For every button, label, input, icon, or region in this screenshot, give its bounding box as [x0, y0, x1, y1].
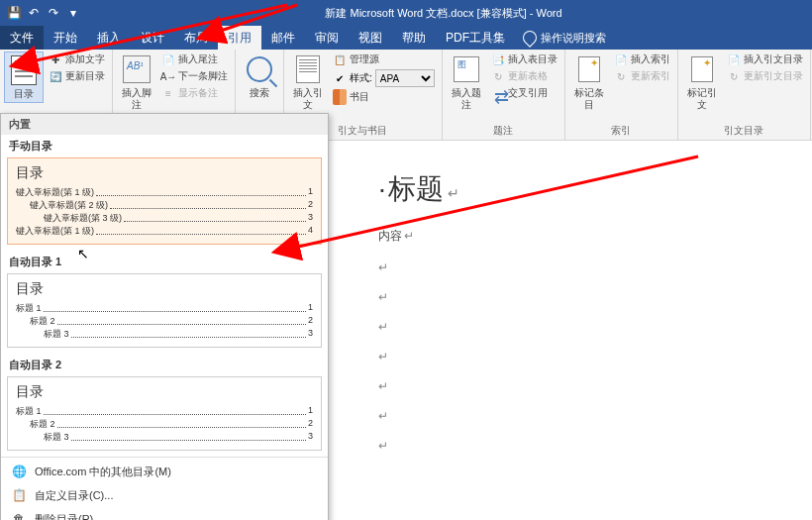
insert-index-button[interactable]: 📄插入索引 [611, 52, 673, 67]
undo-icon[interactable]: ↶ [26, 5, 42, 21]
manage-sources-button[interactable]: 📋管理源 [330, 52, 438, 67]
update-toa-label: 更新引文目录 [744, 69, 803, 83]
search-label: 搜索 [250, 87, 269, 99]
tof-icon: 📑 [491, 52, 505, 66]
insert-endnote-label: 插入尾注 [178, 52, 218, 66]
insert-caption-button[interactable]: 插入题注 [447, 52, 486, 113]
tab-layout[interactable]: 布局 [174, 26, 218, 50]
custom-toc-icon: 📋 [11, 487, 27, 503]
tab-references[interactable]: 引用 [218, 26, 261, 50]
remove-toc-label: 删除目录(R) [35, 512, 93, 521]
insert-citation-label: 插入引文 [290, 87, 326, 111]
tab-file[interactable]: 文件 [0, 26, 44, 50]
save-icon[interactable]: 💾 [6, 5, 22, 21]
update-table-icon: ↻ [491, 69, 505, 83]
ribbon-tabs: 文件 开始 插入 设计 布局 引用 邮件 审阅 视图 帮助 PDF工具集 操作说… [0, 26, 812, 50]
style-label: 样式: [350, 71, 372, 85]
next-footnote-label: 下一条脚注 [178, 69, 228, 83]
tab-insert[interactable]: 插入 [87, 26, 131, 50]
footnote-icon [123, 55, 151, 83]
redo-icon[interactable]: ↷ [46, 5, 61, 21]
mark-entry-label: 标记条目 [571, 87, 607, 111]
insert-endnote-button[interactable]: 📄插入尾注 [158, 52, 231, 67]
more-toc-office-label: Office.com 中的其他目录(M) [35, 465, 171, 479]
cross-reference-button[interactable]: 交叉引用 [488, 85, 560, 101]
tab-help[interactable]: 帮助 [392, 26, 436, 50]
tab-review[interactable]: 审阅 [305, 26, 349, 50]
ribbon-group-index: 标记条目 📄插入索引 ↻更新索引 索引 [565, 50, 678, 140]
next-footnote-icon: A→ [161, 69, 175, 83]
update-index-label: 更新索引 [631, 69, 670, 83]
tab-view[interactable]: 视图 [349, 26, 392, 50]
office-icon: 🌐 [11, 464, 27, 479]
insert-footnote-label: 插入脚注 [119, 87, 154, 111]
manual-toc-title: 目录 [16, 164, 313, 182]
endnote-icon: 📄 [161, 52, 175, 66]
insert-toa-label: 插入引文目录 [744, 52, 803, 66]
auto-toc-2-section: 自动目录 2 [1, 354, 328, 374]
tab-mailings[interactable]: 邮件 [261, 26, 305, 50]
toc-icon [11, 55, 37, 85]
tell-me-label: 操作说明搜索 [541, 31, 606, 46]
add-text-button[interactable]: ✚添加文字 [46, 52, 108, 67]
insert-index-label: 插入索引 [631, 52, 670, 66]
custom-toc-label: 自定义目录(C)... [35, 488, 113, 503]
add-text-label: 添加文字 [65, 52, 105, 66]
insert-tof-label: 插入表目录 [508, 52, 558, 66]
insert-toa-button[interactable]: 📄插入引文目录 [724, 52, 806, 67]
update-toc-button[interactable]: 🔄更新目录 [46, 68, 108, 84]
update-toc-label: 更新目录 [65, 69, 105, 83]
paragraph-mark: ↵ [378, 350, 762, 364]
manual-toc-option[interactable]: 目录 键入章标题(第 1 级)1 键入章标题(第 2 级)2 键入章标题(第 3… [7, 157, 322, 245]
tell-me-search[interactable]: 操作说明搜索 [515, 31, 614, 46]
citation-style-select[interactable]: ✔ 样式: APA [330, 68, 438, 88]
tab-pdf-tools[interactable]: PDF工具集 [436, 26, 515, 50]
custom-toc-button[interactable]: 📋自定义目录(C)... [1, 483, 328, 507]
bibliography-button[interactable]: 书目 [330, 89, 438, 105]
book-icon [333, 89, 347, 105]
captions-group-label: 题注 [447, 122, 560, 140]
paragraph-mark: ↵ [378, 379, 762, 393]
insert-footnote-button[interactable]: 插入脚注 [117, 52, 156, 113]
paragraph-mark: ↵ [378, 290, 762, 304]
document-area[interactable]: 标题 内容 ↵ ↵ ↵ ↵ ↵ ↵ ↵ [329, 141, 812, 520]
document-title[interactable]: 标题 [378, 170, 762, 208]
more-toc-office-button[interactable]: 🌐Office.com 中的其他目录(M) [1, 460, 328, 483]
insert-tof-button[interactable]: 📑插入表目录 [488, 52, 560, 67]
quick-access-toolbar: 💾 ↶ ↷ ▾ [6, 5, 81, 21]
paragraph-mark: ↵ [378, 409, 762, 423]
next-footnote-button[interactable]: A→下一条脚注 [158, 68, 231, 84]
toc-dropdown-panel: 内置 手动目录 目录 键入章标题(第 1 级)1 键入章标题(第 2 级)2 键… [0, 113, 329, 520]
mark-citation-button[interactable]: 标记引文 [682, 52, 722, 113]
mark-entry-button[interactable]: 标记条目 [569, 52, 609, 113]
cross-reference-label: 交叉引用 [508, 86, 548, 100]
tab-design[interactable]: 设计 [131, 26, 174, 50]
search-button[interactable]: 搜索 [240, 52, 279, 101]
auto-toc-2-option[interactable]: 目录 标题 11 标题 22 标题 33 [7, 376, 322, 451]
remove-toc-button[interactable]: 🗑删除目录(R) [1, 507, 328, 520]
update-toa-button[interactable]: ↻更新引文目录 [724, 68, 806, 84]
update-index-button[interactable]: ↻更新索引 [611, 68, 673, 84]
auto-toc-1-section: 自动目录 1 [1, 251, 328, 271]
update-toa-icon: ↻ [727, 69, 741, 83]
document-page[interactable]: 标题 内容 ↵ ↵ ↵ ↵ ↵ ↵ ↵ [329, 141, 812, 482]
search-icon [247, 56, 272, 82]
crossref-icon [491, 86, 505, 100]
manual-toc-section: 手动目录 [1, 135, 328, 156]
style-dropdown[interactable]: APA [375, 69, 435, 87]
show-notes-button[interactable]: ≡显示备注 [158, 85, 231, 101]
auto-toc-1-option[interactable]: 目录 标题 11 标题 22 标题 33 [7, 273, 322, 348]
insert-caption-label: 插入题注 [449, 87, 484, 111]
mark-citation-label: 标记引文 [684, 87, 720, 111]
toa-group-label: 引文目录 [682, 122, 806, 140]
qat-dropdown-icon[interactable]: ▾ [65, 5, 81, 21]
update-table-button[interactable]: ↻更新表格 [488, 68, 560, 84]
insert-citation-button[interactable]: 插入引文 [288, 52, 328, 113]
paragraph-mark: ↵ [378, 439, 762, 453]
remove-toc-icon: 🗑 [11, 511, 27, 520]
tab-home[interactable]: 开始 [44, 26, 87, 50]
toc-button[interactable]: 目录 [4, 52, 44, 103]
document-paragraph[interactable]: 内容 [378, 228, 762, 245]
manage-sources-label: 管理源 [350, 52, 379, 66]
bulb-icon [520, 28, 540, 48]
